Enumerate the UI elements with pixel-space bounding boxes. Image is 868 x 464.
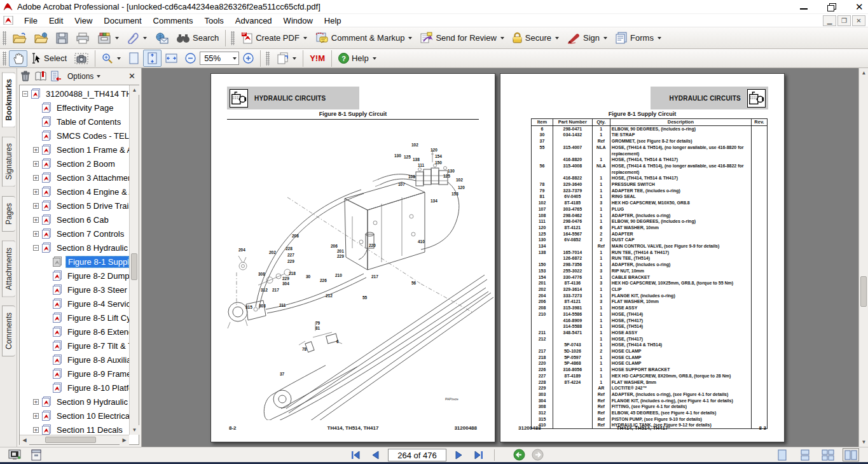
bookmark-item[interactable]: +Section 4 Engine & A	[20, 185, 129, 199]
help-button[interactable]: ? Help	[334, 50, 380, 66]
bookmark-label[interactable]: Effectivity Page	[55, 102, 115, 113]
comment-markup-button[interactable]: Comment & Markup	[311, 29, 417, 46]
nav-tab-attachments[interactable]: Attachments	[2, 241, 15, 297]
scrollbar-thumb[interactable]	[45, 437, 96, 443]
previous-page-button[interactable]	[368, 449, 382, 461]
page-number-input[interactable]	[389, 449, 446, 461]
document-vertical-scrollbar[interactable]: ▲ ▼	[858, 68, 868, 447]
bookmark-label[interactable]: 31200488_I_TH414 TH5	[44, 88, 129, 99]
bookmark-item[interactable]: Figure 8-8 Auxilia	[20, 353, 129, 367]
menu-item[interactable]: Document	[98, 15, 147, 27]
bookmark-item[interactable]: SMCS Codes - TELE	[20, 129, 129, 143]
menu-item[interactable]: File	[18, 15, 43, 27]
bookmark-item[interactable]: +Section 6 Cab	[20, 213, 129, 227]
panel-close-button[interactable]: ✕	[125, 71, 139, 81]
scroll-up-icon[interactable]: ▲	[130, 85, 139, 95]
expand-icon[interactable]: +	[33, 231, 39, 237]
bookmark-item[interactable]: +Section 7 Controls	[20, 227, 129, 241]
single-page-button[interactable]	[774, 448, 790, 461]
delete-bookmark-icon[interactable]	[20, 71, 31, 81]
zoom-level-input[interactable]	[200, 53, 226, 63]
bookmark-label[interactable]: Figure 8-9 Frame	[65, 369, 129, 379]
continuous-facing-button[interactable]	[820, 448, 836, 461]
minimize-button[interactable]	[799, 3, 808, 11]
last-page-button[interactable]	[472, 449, 486, 461]
toolbar-grip[interactable]	[266, 52, 270, 66]
nav-tab-pages[interactable]: Pages	[2, 196, 15, 232]
bookmark-label[interactable]: Figure 8-4 Service	[65, 299, 129, 309]
bookmark-label[interactable]: Figure 8-8 Auxilia	[65, 355, 129, 365]
zoom-in-button[interactable]	[239, 50, 258, 66]
menu-item[interactable]: Comments	[148, 15, 199, 27]
toolbar-grip[interactable]	[231, 31, 235, 45]
scrollbar-thumb[interactable]	[860, 276, 867, 307]
bookmark-label[interactable]: Section 9 Hydraulic	[55, 397, 129, 407]
bookmark-item[interactable]: Figure 8-5 Lift Cyl	[20, 311, 129, 325]
email-button[interactable]	[151, 30, 172, 46]
menu-item[interactable]: Tools	[198, 15, 229, 27]
doc-minimize-button[interactable]: ▁	[823, 15, 836, 26]
create-pdf-button[interactable]: Create PDF	[237, 29, 311, 46]
previous-view-button[interactable]	[513, 449, 525, 461]
bookmark-item[interactable]: Figure 8-3 Steer S	[20, 283, 129, 297]
bookmark-label[interactable]: Section 4 Engine & A	[55, 186, 129, 197]
nav-tab-comments[interactable]: Comments	[2, 306, 15, 356]
attach-button[interactable]	[123, 30, 151, 46]
next-view-button[interactable]	[532, 449, 544, 461]
bookmark-label[interactable]: Figure 8-10 Platfo	[65, 383, 129, 393]
nav-tab-signatures[interactable]: Signatures	[2, 136, 15, 186]
send-review-button[interactable]: Send for Review	[416, 29, 507, 46]
zoom-tool-button[interactable]	[98, 50, 125, 67]
next-page-button[interactable]	[452, 449, 466, 461]
options-button[interactable]: Options	[65, 71, 102, 82]
continuous-button[interactable]	[797, 448, 813, 461]
bookmarks-horizontal-scrollbar[interactable]: ◀ ▶	[20, 435, 129, 444]
menu-item[interactable]: Edit	[43, 15, 69, 27]
bookmark-label[interactable]: Table of Contents	[55, 116, 123, 127]
menu-item[interactable]: Window	[278, 15, 319, 27]
bookmark-label[interactable]: Section 2 Boom	[55, 158, 117, 169]
doc-restore-button[interactable]: ❐	[837, 15, 851, 26]
scroll-down-icon[interactable]: ▼	[130, 425, 139, 435]
bookmark-item[interactable]: Figure 8-10 Platfo	[20, 381, 129, 395]
expand-icon[interactable]: +	[33, 147, 39, 153]
bookmark-item[interactable]: −Section 8 Hydraulic	[20, 241, 129, 255]
zoom-level-combo[interactable]	[200, 52, 239, 65]
print-button[interactable]	[72, 30, 93, 46]
toolbar-grip[interactable]	[3, 52, 6, 66]
expand-icon[interactable]: +	[33, 189, 39, 195]
zoom-out-button[interactable]	[181, 50, 200, 66]
bookmark-label[interactable]: Section 7 Controls	[55, 228, 126, 239]
nav-tab-bookmarks[interactable]: Bookmarks	[2, 72, 15, 127]
bookmark-label[interactable]: Section 8 Hydraulic	[55, 243, 129, 253]
bookmark-item[interactable]: +Section 5 Drive Train	[20, 199, 129, 213]
bookmark-label[interactable]: Section 6 Cab	[55, 214, 111, 225]
facing-button[interactable]	[843, 448, 859, 461]
bookmark-item[interactable]: Figure 8-4 Service	[20, 297, 129, 311]
actual-size-button[interactable]	[125, 50, 143, 67]
bookmark-label[interactable]: Figure 8-2 Dump	[65, 271, 129, 281]
page-number-field[interactable]	[388, 449, 446, 461]
bookmark-item[interactable]: Figure 8-2 Dump	[20, 269, 129, 283]
expand-current-bookmark-icon[interactable]	[35, 71, 46, 81]
select-tool-button[interactable]: Select	[27, 50, 71, 66]
expand-icon[interactable]: +	[33, 427, 39, 433]
menu-item[interactable]: Help	[319, 15, 347, 27]
doc-close-button[interactable]: ✕	[852, 15, 865, 26]
snapshot-button[interactable]	[71, 50, 92, 67]
first-page-button[interactable]	[348, 449, 362, 461]
bookmark-label[interactable]: Section 3 Attachmen	[55, 172, 129, 183]
bookmark-item[interactable]: +Section 9 Hydraulic	[20, 395, 129, 409]
expand-icon[interactable]: +	[33, 413, 39, 419]
hand-tool-button[interactable]	[9, 50, 27, 67]
bookmark-label[interactable]: Section 10 Electrica	[55, 411, 129, 421]
expand-icon[interactable]: +	[33, 203, 39, 209]
bookmark-item[interactable]: Table of Contents	[20, 115, 129, 129]
open-web-button[interactable]	[31, 30, 52, 46]
bookmark-label[interactable]: Figure 8-5 Lift Cyl	[65, 313, 129, 323]
secure-button[interactable]: Secure	[508, 29, 563, 46]
expand-icon[interactable]: +	[33, 175, 39, 181]
bookmark-label[interactable]: Figure 8-6 Extend	[65, 327, 129, 337]
bookmark-item[interactable]: +Section 10 Electrica	[20, 409, 129, 423]
bookmark-label[interactable]: Figure 8-3 Steer S	[65, 285, 129, 295]
